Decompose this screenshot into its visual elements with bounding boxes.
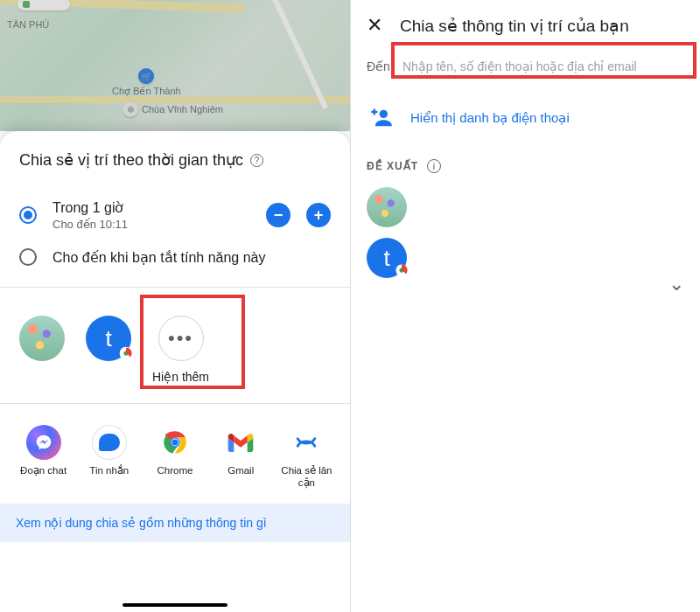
app-nearby-share[interactable]: Chia sẻ lân cận <box>277 425 336 490</box>
duration-option-until-off[interactable]: Cho đến khi bạn tắt tính năng này <box>19 240 331 275</box>
info-link[interactable]: Xem nội dung chia sẻ gồm những thông tin… <box>0 504 350 542</box>
gmail-icon <box>223 425 258 460</box>
show-phone-contacts-link[interactable]: Hiển thị danh bạ điện thoại <box>351 87 700 149</box>
duration-options: Trong 1 giờ Cho đến 10:11 − + Cho đến kh… <box>0 191 350 275</box>
increase-button[interactable]: + <box>306 203 331 227</box>
map-background[interactable]: TÂN PHÚ 🛒 Chợ Bến Thành ☸ Chùa Vĩnh Nghi… <box>0 0 350 131</box>
chrome-icon <box>158 425 192 460</box>
svg-point-5 <box>380 110 388 118</box>
info-icon[interactable]: i <box>427 159 441 173</box>
messages-icon <box>92 425 127 460</box>
contact-avatar[interactable] <box>19 316 65 361</box>
location-pin-icon <box>394 261 410 281</box>
contact-avatar: t <box>367 238 407 278</box>
home-indicator[interactable] <box>122 603 228 607</box>
app-gmail[interactable]: Gmail <box>212 425 270 490</box>
help-icon[interactable]: ? <box>250 154 263 167</box>
location-pin-icon <box>118 344 134 364</box>
svg-point-4 <box>172 439 178 445</box>
messenger-icon <box>26 425 61 460</box>
suggested-contact[interactable]: t <box>367 233 684 283</box>
suggested-list: t <box>351 178 700 287</box>
share-apps-row: Đoạn chat Tin nhắn Chro <box>0 416 350 491</box>
page-title: Chia sẻ thông tin vị trí của bạn <box>400 16 629 36</box>
share-to-contact-screen: ✕ Chia sẻ thông tin vị trí của bạn Đến H… <box>350 0 700 612</box>
suggested-contacts-row: t ••• Hiện thêm <box>0 300 350 391</box>
app-chrome[interactable]: Chrome <box>145 425 204 490</box>
chevron-down-icon[interactable]: ⌄ <box>668 273 684 296</box>
duration-option-1hour[interactable]: Trong 1 giờ Cho đến 10:11 − + <box>19 191 331 240</box>
app-messages[interactable]: Tin nhắn <box>80 425 138 490</box>
suggested-section-header: ĐỀ XUẤT i <box>351 149 700 178</box>
app-messenger[interactable]: Đoạn chat <box>14 425 73 490</box>
radio-icon[interactable] <box>19 206 37 224</box>
sheet-title: Chia sẻ vị trí theo thời gian thực ? <box>0 150 350 170</box>
close-icon[interactable]: ✕ <box>367 14 382 37</box>
nearby-share-icon <box>289 425 324 460</box>
share-location-sheet-screen: TÂN PHÚ 🛒 Chợ Bến Thành ☸ Chùa Vĩnh Nghi… <box>0 0 350 612</box>
annotation-highlight <box>391 42 696 79</box>
contact-avatar[interactable]: t <box>86 316 131 361</box>
decrease-button[interactable]: − <box>266 203 290 227</box>
radio-icon[interactable] <box>19 248 37 266</box>
dest-label: Đến <box>367 59 390 73</box>
share-sheet: Chia sẻ vị trí theo thời gian thực ? Tro… <box>0 131 350 612</box>
person-add-icon <box>367 103 396 133</box>
suggested-contact[interactable] <box>367 182 684 233</box>
annotation-highlight <box>140 295 245 389</box>
contact-avatar <box>367 187 407 227</box>
